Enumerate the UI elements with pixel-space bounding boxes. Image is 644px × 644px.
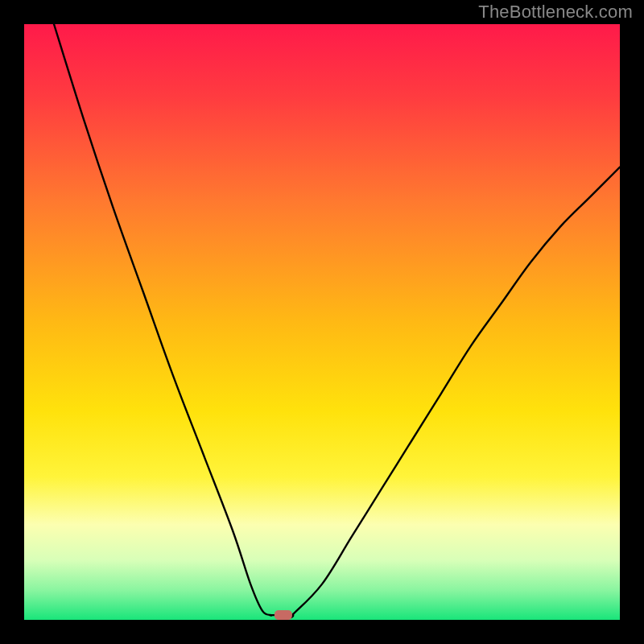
watermark-text: TheBottleneck.com [478,2,633,23]
chart-container [24,24,620,620]
minimum-marker [275,610,292,620]
gradient-background [24,24,620,620]
bottleneck-chart [24,24,620,620]
